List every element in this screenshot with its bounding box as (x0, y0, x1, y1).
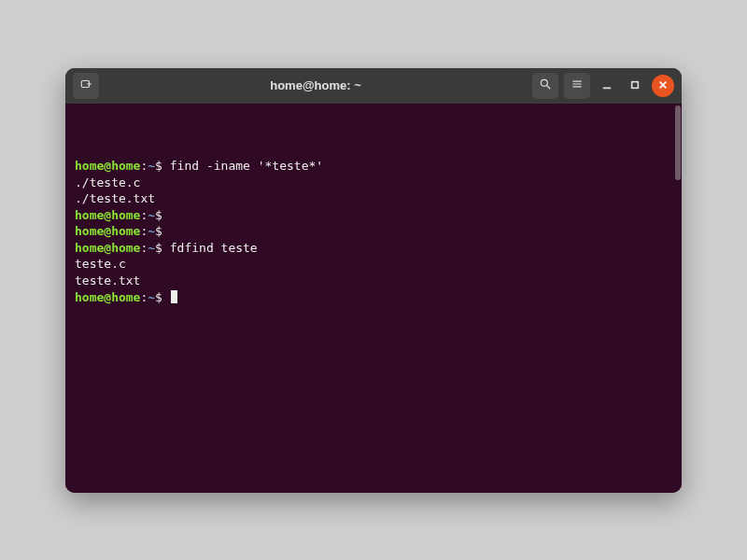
new-tab-icon (79, 77, 92, 93)
prompt-path: ~ (148, 159, 155, 173)
close-icon (658, 78, 668, 92)
minimize-icon (602, 78, 612, 92)
terminal-output-line: ./teste.txt (75, 190, 672, 207)
prompt-path: ~ (148, 290, 155, 304)
terminal-prompt-line: home@home:~$ find -iname '*teste*' (75, 158, 672, 175)
prompt-symbol: $ (155, 241, 170, 255)
prompt-symbol: $ (155, 159, 170, 173)
prompt-path: ~ (148, 241, 155, 255)
maximize-button[interactable] (624, 75, 646, 97)
terminal-prompt-line: home@home:~$ (75, 223, 672, 240)
terminal-prompt-line: home@home:~$ (75, 207, 672, 224)
maximize-icon (630, 78, 640, 92)
search-button[interactable] (532, 73, 558, 99)
svg-point-3 (541, 79, 547, 86)
prompt-path: ~ (148, 208, 155, 222)
search-icon (539, 77, 552, 93)
prompt-user-host: home@home (75, 241, 140, 255)
minimize-button[interactable] (596, 75, 618, 97)
cursor (171, 290, 177, 303)
prompt-user-host: home@home (75, 224, 140, 238)
terminal-output-line: ./teste.c (75, 175, 672, 191)
prompt-path: ~ (148, 224, 155, 238)
prompt-symbol: $ (155, 290, 170, 304)
svg-rect-9 (632, 82, 639, 89)
titlebar: home@home: ~ (65, 68, 682, 104)
terminal-prompt-line: home@home:~$ (75, 289, 672, 306)
prompt-symbol: $ (155, 208, 170, 222)
prompt-symbol: $ (155, 224, 170, 238)
command-text: fdfind teste (170, 241, 258, 255)
output-text: teste.c (75, 257, 126, 271)
scrollbar-thumb[interactable] (675, 105, 681, 180)
terminal-body[interactable]: home@home:~$ find -iname '*teste*'./test… (65, 104, 682, 493)
output-text: ./teste.txt (75, 191, 155, 205)
prompt-user-host: home@home (75, 290, 140, 304)
prompt-user-host: home@home (75, 208, 140, 222)
terminal-window: home@home: ~ (65, 68, 682, 493)
svg-line-4 (547, 86, 551, 90)
terminal-output-line: teste.c (75, 256, 672, 273)
close-button[interactable] (652, 75, 674, 97)
new-tab-button[interactable] (73, 73, 99, 99)
output-text: ./teste.c (75, 175, 140, 189)
menu-button[interactable] (564, 73, 590, 99)
window-title: home@home: ~ (105, 78, 527, 92)
titlebar-right (532, 73, 674, 99)
command-text: find -iname '*teste*' (170, 159, 323, 173)
terminal-output-line: teste.txt (75, 273, 672, 289)
prompt-user-host: home@home (75, 159, 140, 173)
hamburger-icon (571, 77, 584, 93)
output-text: teste.txt (75, 273, 140, 287)
terminal-prompt-line: home@home:~$ fdfind teste (75, 240, 672, 257)
